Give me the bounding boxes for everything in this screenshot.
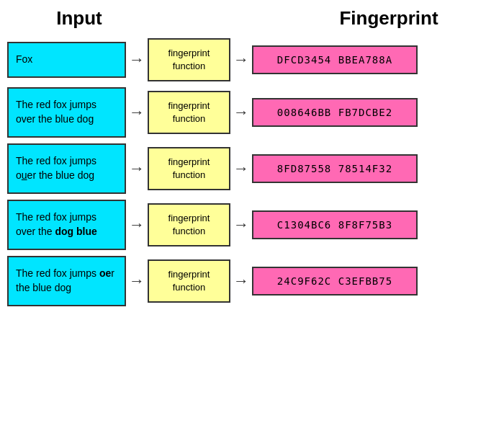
func-label-1: fingerprint function: [155, 47, 223, 73]
input-text-3: The red fox jumps ouer the blue dog: [16, 154, 117, 182]
func-box-3: fingerprint function: [148, 147, 230, 190]
input-text-4: The red fox jumps over the dog blue: [16, 210, 117, 239]
input-box-5: The red fox jumps oer the blue dog: [7, 256, 126, 306]
output-box-5: 24C9F62C C3EFBB75: [252, 267, 418, 296]
arrow-5: →: [129, 272, 145, 290]
arrow-1b: →: [233, 50, 249, 69]
input-text-2: The red fox jumps over the blue dog: [16, 98, 117, 126]
arrow-2b: →: [233, 103, 249, 122]
output-text-5: 24C9F62C C3EFBB75: [277, 275, 392, 287]
output-text-2: 008646BB FB7DCBE2: [277, 107, 392, 118]
arrow-5b: →: [233, 272, 249, 290]
output-box-4: C1304BC6 8F8F75B3: [252, 210, 418, 239]
input-box-1: Fox: [7, 42, 126, 78]
output-box-1: DFCD3454 BBEA788A: [252, 45, 418, 74]
output-text-1: DFCD3454 BBEA788A: [277, 54, 392, 66]
row-5: The red fox jumps oer the blue dog → fin…: [7, 256, 497, 306]
func-label-2: fingerprint function: [155, 99, 223, 125]
row-1: Fox → fingerprint function → DFCD3454 BB…: [7, 38, 497, 81]
func-label-5: fingerprint function: [155, 268, 223, 294]
arrow-3: →: [129, 159, 145, 178]
page-container: Input Fingerprint Fox → fingerprint func…: [7, 7, 497, 306]
arrow-1: →: [129, 50, 145, 69]
output-text-4: C1304BC6 8F8F75B3: [277, 219, 392, 231]
input-header: Input: [22, 7, 137, 30]
row-4: The red fox jumps over the dog blue → fi…: [7, 200, 497, 250]
output-box-2: 008646BB FB7DCBE2: [252, 98, 418, 127]
arrow-4: →: [129, 216, 145, 234]
output-box-3: 8FD87558 78514F32: [252, 154, 418, 183]
arrow-3b: →: [233, 159, 249, 178]
func-box-1: fingerprint function: [148, 38, 230, 81]
func-label-4: fingerprint function: [155, 212, 223, 238]
input-text-5: The red fox jumps oer the blue dog: [16, 267, 117, 295]
arrow-4b: →: [233, 216, 249, 234]
func-label-3: fingerprint function: [155, 156, 223, 182]
func-box-4: fingerprint function: [148, 203, 230, 246]
input-box-4: The red fox jumps over the dog blue: [7, 200, 126, 250]
func-box-5: fingerprint function: [148, 259, 230, 303]
arrow-2: →: [129, 103, 145, 122]
header-row: Input Fingerprint: [7, 7, 497, 30]
output-text-3: 8FD87558 78514F32: [277, 163, 392, 174]
func-box-2: fingerprint function: [148, 91, 230, 134]
input-box-3: The red fox jumps ouer the blue dog: [7, 143, 126, 194]
input-text-1: Fox: [16, 53, 32, 67]
row-3: The red fox jumps ouer the blue dog → fi…: [7, 143, 497, 194]
row-2: The red fox jumps over the blue dog → fi…: [7, 87, 497, 138]
fingerprint-header: Fingerprint: [295, 7, 482, 30]
input-box-2: The red fox jumps over the blue dog: [7, 87, 126, 138]
